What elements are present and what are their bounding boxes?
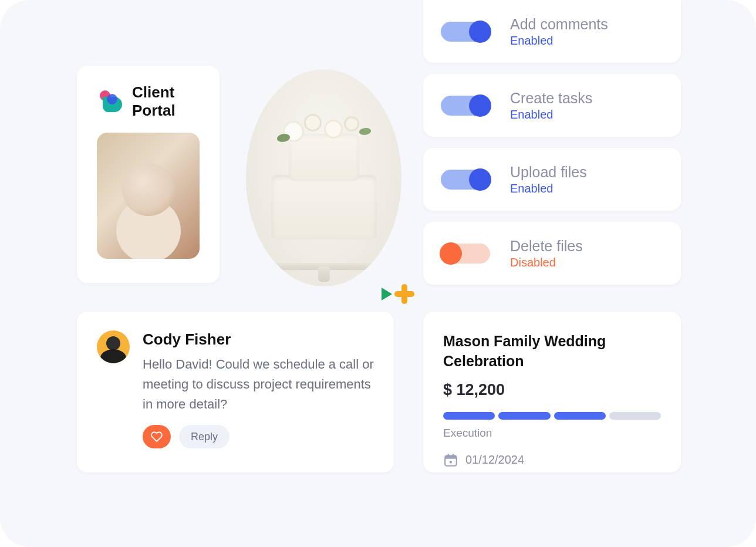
project-amount: $ 12,200 xyxy=(443,381,661,399)
heart-icon xyxy=(150,431,163,443)
project-date: 01/12/2024 xyxy=(465,453,524,467)
client-portal-logo-icon xyxy=(97,89,123,114)
permission-label: Delete files xyxy=(510,238,583,255)
project-title: Mason Family Wedding Celebration xyxy=(443,332,661,372)
project-stage: Execution xyxy=(443,427,661,440)
comment-message: Hello David! Could we schedule a call or… xyxy=(143,354,374,414)
project-date-row: 01/12/2024 xyxy=(443,453,661,468)
permission-upload-files: Upload files Enabled xyxy=(423,148,681,211)
comment-author-avatar xyxy=(97,330,130,363)
permission-status: Enabled xyxy=(510,34,608,48)
svg-rect-3 xyxy=(445,455,457,458)
comment-author-name: Cody Fisher xyxy=(143,330,374,349)
toggle-create-tasks[interactable] xyxy=(441,96,490,116)
permission-delete-files: Delete files Disabled xyxy=(423,222,681,285)
permission-label: Create tasks xyxy=(510,90,592,107)
svg-point-1 xyxy=(107,94,117,104)
toggle-add-comments[interactable] xyxy=(441,22,490,42)
client-portal-card: Client Portal xyxy=(77,66,220,283)
svg-rect-5 xyxy=(453,454,454,457)
permission-add-comments: Add comments Enabled xyxy=(423,0,681,63)
svg-point-6 xyxy=(450,461,452,463)
permission-status: Disabled xyxy=(510,256,583,269)
client-photo xyxy=(97,133,200,259)
sparkle-decoration-icon xyxy=(382,284,417,305)
permission-label: Upload files xyxy=(510,164,587,181)
like-button[interactable] xyxy=(143,425,171,448)
progress-segment xyxy=(554,412,606,420)
svg-rect-4 xyxy=(448,454,450,457)
permission-status: Enabled xyxy=(510,182,587,195)
permission-label: Add comments xyxy=(510,16,608,33)
permission-create-tasks: Create tasks Enabled xyxy=(423,74,681,137)
app-canvas: Client Portal Add comments Enabled Creat… xyxy=(0,0,756,547)
wedding-cake-image xyxy=(246,69,401,286)
progress-segment xyxy=(443,412,495,420)
client-portal-header: Client Portal xyxy=(97,83,200,120)
toggle-upload-files[interactable] xyxy=(441,170,490,190)
toggle-delete-files[interactable] xyxy=(441,244,490,264)
project-progress-bar xyxy=(443,412,661,420)
calendar-icon xyxy=(443,453,458,468)
client-portal-title: Client Portal xyxy=(132,83,200,120)
permission-status: Enabled xyxy=(510,108,592,121)
progress-segment xyxy=(609,412,661,420)
reply-button[interactable]: Reply xyxy=(179,425,230,448)
comment-card: Cody Fisher Hello David! Could we schedu… xyxy=(77,312,394,472)
reply-button-label: Reply xyxy=(191,431,218,443)
comment-actions: Reply xyxy=(143,425,374,448)
progress-segment xyxy=(498,412,550,420)
project-card[interactable]: Mason Family Wedding Celebration $ 12,20… xyxy=(423,312,681,472)
